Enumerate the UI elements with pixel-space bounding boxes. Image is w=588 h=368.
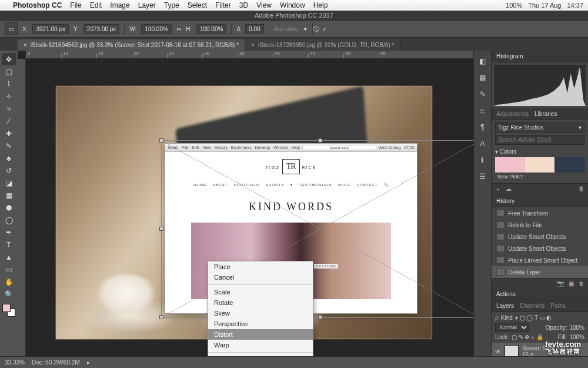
cloud-icon[interactable]: ☁ <box>506 185 512 194</box>
clone-panel-icon[interactable]: ⎌ <box>478 106 487 115</box>
ruler-vertical[interactable] <box>18 59 26 356</box>
tab-channels[interactable]: Channels <box>520 303 544 309</box>
commit-transform-icon[interactable]: ✓ <box>322 26 327 32</box>
ctx-skew[interactable]: Skew <box>208 308 313 319</box>
wand-tool-icon[interactable]: ✧ <box>2 90 16 102</box>
dodge-tool-icon[interactable]: ◯ <box>2 214 16 226</box>
history-panel-tab[interactable]: History <box>492 195 588 207</box>
h-field[interactable]: 100.00% <box>196 24 226 34</box>
menu-edit[interactable]: Edit <box>90 1 102 9</box>
lasso-tool-icon[interactable]: ⌇ <box>2 78 16 90</box>
opacity-value[interactable]: 100% <box>569 324 584 331</box>
crop-tool-icon[interactable]: ⌗ <box>2 102 16 115</box>
angle-field[interactable]: 0.00 <box>245 24 263 34</box>
app-menu[interactable]: Photoshop CC <box>13 1 62 9</box>
character-panel-icon[interactable]: A <box>478 139 487 148</box>
menu-type[interactable]: Type <box>164 1 179 9</box>
brush-tool-icon[interactable]: ✎ <box>2 140 16 152</box>
library-search[interactable]: Search Adobe Stock <box>495 135 584 145</box>
ctx-scale[interactable]: Scale <box>208 287 313 297</box>
actions-panel-tab[interactable]: Actions <box>492 289 588 300</box>
tab-layers[interactable]: Layers <box>496 303 514 309</box>
marquee-tool-icon[interactable]: ▢ <box>2 65 16 78</box>
transform-context-menu[interactable]: Place Cancel Scale Rotate Skew Perspecti… <box>208 261 313 356</box>
blend-mode-select[interactable]: Normal <box>495 323 529 332</box>
new-state-icon[interactable]: ▣ <box>569 280 574 287</box>
swatch-navy[interactable] <box>554 157 584 173</box>
swatch-cream[interactable] <box>525 157 555 173</box>
tab-adjustments[interactable]: Adjustments <box>496 111 529 117</box>
shape-tool-icon[interactable]: ▭ <box>2 263 16 276</box>
menu-select[interactable]: Select <box>188 1 207 9</box>
library-colors-group[interactable]: ▾ Colors <box>495 148 584 155</box>
link-wh-icon[interactable]: ⇔ <box>176 26 181 32</box>
doc-size[interactable]: Doc: 60.2M/60.2M <box>32 359 80 366</box>
properties-panel-icon[interactable]: ☰ <box>478 172 487 181</box>
eraser-tool-icon[interactable]: ◪ <box>2 177 16 189</box>
ctx-warp[interactable]: Warp <box>208 340 313 350</box>
eyedropper-tool-icon[interactable]: ⁄ <box>2 115 16 127</box>
ctx-distort[interactable]: Distort <box>208 329 313 340</box>
history-list[interactable]: Free Transform Relink to File Update Sma… <box>492 207 588 278</box>
transform-tool-icon[interactable]: ▭ <box>5 22 18 35</box>
library-swatches[interactable] <box>495 157 584 173</box>
hand-tool-icon[interactable]: ✋ <box>2 276 16 288</box>
tab-inactive[interactable]: ×iStock-187289950.jpg @ 31% (GOLD_TR, RG… <box>245 39 400 51</box>
ctx-perspective[interactable]: Perspective <box>208 319 313 329</box>
menu-image[interactable]: Image <box>110 1 129 9</box>
heal-tool-icon[interactable]: ✚ <box>2 127 16 140</box>
tab-active[interactable]: ×iStock-621694562.jpg @ 33.3% (Screen Sh… <box>18 39 245 51</box>
paragraph-panel-icon[interactable]: ¶ <box>478 122 487 132</box>
layers-panel-tabs[interactable]: Layers Channels Paths <box>492 300 588 312</box>
swatch-pink[interactable] <box>495 157 525 173</box>
visibility-icon[interactable]: 👁 <box>495 349 501 355</box>
mac-menubar[interactable]: Photoshop CC File Edit Image Layer Type … <box>0 0 588 11</box>
ctx-rotate[interactable]: Rotate <box>208 297 313 308</box>
history-item[interactable]: Update Smart Objects <box>492 243 588 254</box>
gradient-tool-icon[interactable]: ▦ <box>2 189 16 201</box>
status-disclosure-icon[interactable]: ▸ <box>87 359 90 366</box>
swatches-panel-icon[interactable]: ▦ <box>478 73 487 82</box>
libraries-panel-tabs[interactable]: Adjustments Libraries <box>492 108 588 120</box>
ctx-rotate180[interactable]: Rotate 180° <box>208 354 313 356</box>
brushes-panel-icon[interactable]: ✎ <box>478 89 487 99</box>
tab-paths[interactable]: Paths <box>550 303 566 309</box>
ctx-cancel[interactable]: Cancel <box>208 272 313 283</box>
layer-filter-kind[interactable]: Kind <box>501 314 513 321</box>
menu-view[interactable]: View <box>256 1 272 9</box>
menu-filter[interactable]: Filter <box>215 1 231 9</box>
zoom-tool-icon[interactable]: 🔍 <box>2 288 16 300</box>
transform-warp-icon[interactable]: ✦ <box>303 26 308 32</box>
right-panel-dock[interactable]: Histogram ⚠ Adjustments Libraries Tigz R… <box>491 51 588 356</box>
histogram-warning-icon[interactable]: ⚠ <box>577 67 582 74</box>
menu-help[interactable]: Help <box>313 1 328 9</box>
document-tabs[interactable]: ×iStock-621694562.jpg @ 33.3% (Screen Sh… <box>0 38 588 51</box>
zoom-level[interactable]: 33.33% <box>5 359 25 366</box>
tools-palette[interactable]: ✥ ▢ ⌇ ✧ ⌗ ⁄ ✚ ✎ ♣ ↺ ◪ ▦ ⬢ ◯ ✒ T ▲ ▭ ✋ 🔍 <box>0 51 18 356</box>
move-tool-icon[interactable]: ✥ <box>2 53 16 65</box>
histogram-panel-tab[interactable]: Histogram <box>492 51 588 62</box>
menu-3d[interactable]: 3D <box>239 1 248 9</box>
x-field[interactable]: 3921.00 px <box>32 24 69 34</box>
info-panel-icon[interactable]: ℹ <box>478 155 487 165</box>
ruler-horizontal[interactable]: 510152025303540455055 <box>26 51 473 59</box>
color-swatches[interactable] <box>2 304 15 317</box>
type-tool-icon[interactable]: T <box>2 238 16 251</box>
delete-icon[interactable]: 🗑 <box>579 280 584 287</box>
options-bar[interactable]: ▭ X: 3921.00 px Y: 2073.00 px W: 100.00%… <box>0 20 588 38</box>
stamp-tool-icon[interactable]: ♣ <box>2 152 16 164</box>
history-item[interactable]: Free Transform <box>492 207 588 219</box>
menu-layer[interactable]: Layer <box>138 1 156 9</box>
antialias-toggle[interactable]: Anti-alias <box>274 26 298 32</box>
collapsed-panels[interactable]: ◧ ▦ ✎ ⎌ ¶ A ℹ ☰ <box>473 51 491 356</box>
trash-icon[interactable]: 🗑 <box>579 185 584 194</box>
ctx-place[interactable]: Place <box>208 261 313 272</box>
add-icon[interactable]: ＋ <box>495 185 501 194</box>
history-item[interactable]: Relink to File <box>492 219 588 231</box>
pen-tool-icon[interactable]: ✒ <box>2 226 16 238</box>
blur-tool-icon[interactable]: ⬢ <box>2 201 16 214</box>
history-item[interactable]: Update Smart Objects <box>492 231 588 243</box>
history-item[interactable]: Place Linked Smart Object <box>492 254 588 266</box>
tab-libraries[interactable]: Libraries <box>534 111 557 117</box>
color-panel-icon[interactable]: ◧ <box>478 57 487 66</box>
